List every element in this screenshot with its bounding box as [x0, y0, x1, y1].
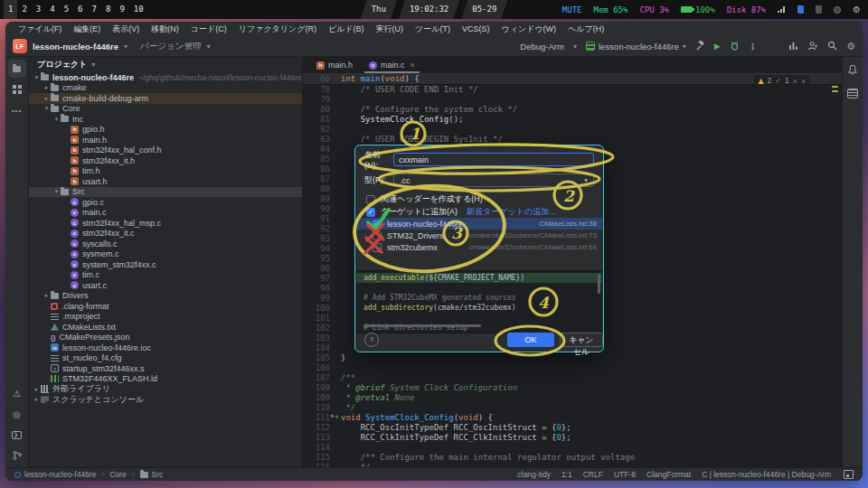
workspace-button[interactable]: 6 — [73, 0, 87, 19]
tab-main-h[interactable]: h main.h — [308, 57, 361, 73]
target-checkbox[interactable] — [373, 243, 382, 252]
build-button[interactable] — [695, 41, 705, 52]
target-row[interactable]: stm32cubemxcmake/stm32cubemx/CMakeLists.… — [356, 241, 602, 253]
profiler-icon[interactable] — [788, 41, 798, 52]
target-checkbox[interactable] — [373, 231, 382, 240]
tree-item[interactable]: husart.h — [29, 176, 302, 187]
add-user-icon[interactable] — [807, 41, 818, 52]
next-problem-button[interactable]: ∨ — [801, 76, 806, 86]
menu-item[interactable]: 編集(E) — [68, 23, 106, 36]
search-icon[interactable] — [827, 41, 837, 52]
add-to-targets-checkbox[interactable]: ✓ — [366, 208, 375, 217]
name-input[interactable] — [393, 153, 594, 166]
status-item[interactable]: CRLF — [583, 470, 603, 479]
create-header-checkbox[interactable] — [366, 195, 375, 204]
tree-item[interactable]: ▸cmake — [29, 83, 302, 94]
horizontal-scrollbar[interactable] — [363, 324, 481, 327]
menu-item[interactable]: ツール(T) — [410, 23, 456, 36]
tree-item[interactable]: STM32F446XX_FLASH.ld — [29, 374, 302, 385]
tree-item[interactable]: ▸外部ライブラリ — [29, 384, 302, 395]
menu-item[interactable]: 表示(V) — [107, 23, 145, 36]
inspection-widget[interactable]: ▲2 ✓1 ∧∨ — [754, 75, 809, 87]
workspace-button[interactable]: 5 — [60, 0, 73, 19]
tree-item[interactable]: ▸Drivers — [29, 291, 302, 302]
tree-item[interactable]: ▾Src — [29, 187, 302, 198]
tree-item[interactable]: st_nucleo_f4.cfg — [29, 353, 302, 364]
breadcrumb-item[interactable]: Core — [109, 470, 126, 479]
workspace-button[interactable]: 4 — [45, 0, 59, 19]
cancel-button[interactable]: キャンセル — [560, 333, 603, 347]
terminal-tool-button[interactable]: ❯ — [8, 426, 26, 444]
status-item[interactable]: 1:1 — [561, 470, 572, 479]
prev-problem-button[interactable]: ∧ — [793, 76, 797, 86]
tree-item[interactable]: cstm32f4xx_it.c — [29, 229, 302, 239]
chevron-down-icon[interactable]: ▾ — [91, 61, 95, 69]
project-tool-button[interactable] — [8, 60, 26, 78]
tree-item[interactable]: cusart.c — [29, 280, 302, 291]
status-item[interactable]: ClangFormat — [646, 470, 691, 479]
database-tool-button[interactable] — [844, 84, 862, 102]
tree-item[interactable]: ▾Inc — [29, 114, 302, 125]
breadcrumb-item[interactable]: lesson-nucleo-f446re — [24, 470, 96, 479]
tree-item[interactable]: hgpio.h — [29, 125, 302, 136]
menu-item[interactable]: ビルド(B) — [323, 23, 370, 36]
menu-item[interactable]: 実行(U) — [371, 23, 410, 36]
tree-item[interactable]: csystem_stm32f4xx.c — [29, 259, 302, 270]
tree-item[interactable]: .mxproject — [29, 312, 302, 323]
tree-item[interactable]: cmain.c — [29, 208, 302, 219]
tree-item[interactable]: ▾Core — [29, 104, 302, 115]
menu-item[interactable]: ファイル(F) — [13, 23, 67, 36]
workspace-button[interactable]: 10 — [129, 0, 148, 19]
help-button[interactable]: ? — [364, 333, 379, 347]
error-stripe-mark[interactable] — [832, 90, 838, 92]
target-row[interactable]: ✓lesson-nucleo-f446reCMakeLists.txt:38 — [356, 218, 602, 230]
tree-item[interactable]: sstartup_stm32f446xx.s — [29, 363, 302, 374]
menu-item[interactable]: リファクタリング(R) — [233, 23, 322, 36]
error-stripe-mark[interactable] — [832, 86, 838, 88]
breadcrumb-item[interactable]: Src — [152, 470, 164, 479]
status-item[interactable]: UTF-8 — [614, 470, 636, 479]
tree-item[interactable]: ▸スクラッチとコンソール — [29, 395, 302, 406]
tree-item[interactable]: ctim.c — [29, 270, 302, 281]
tree-item[interactable]: cstm32f4xx_hal_msp.c — [29, 218, 302, 229]
status-item[interactable]: C | lesson-nucleo-f446re | Debug-Arm — [702, 470, 831, 479]
menu-item[interactable]: コード(C) — [185, 23, 232, 36]
build-config-selector[interactable]: Debug-Arm — [520, 42, 564, 52]
close-icon[interactable]: × — [410, 61, 415, 70]
menu-item[interactable]: VCS(S) — [457, 23, 495, 34]
new-target-link[interactable]: 新規ターゲットの追加… — [467, 206, 557, 218]
tree-item[interactable]: csysmem.c — [29, 249, 302, 260]
tree-item[interactable]: ▸cmake-build-debug-arm — [29, 93, 302, 104]
workspace-button[interactable]: 3 — [32, 0, 45, 19]
tree-item[interactable]: csyscalls.c — [29, 239, 302, 249]
notifications-button[interactable] — [844, 61, 862, 79]
vertical-scrollbar[interactable] — [598, 274, 600, 294]
more-actions-button[interactable]: ⋮ — [749, 42, 759, 52]
workspace-button[interactable]: 7 — [88, 0, 101, 19]
workspace-button[interactable]: 9 — [115, 0, 128, 19]
editor-mode-icon[interactable] — [844, 470, 854, 479]
problems-tool-button[interactable]: ⚠ — [8, 384, 26, 402]
workspace-button[interactable]: 2 — [17, 0, 31, 19]
project-selector[interactable]: lesson-nucleo-f446re — [33, 42, 118, 52]
ok-button[interactable]: OK — [507, 333, 554, 347]
workspace-button[interactable]: 8 — [101, 0, 115, 19]
vcs-tool-button[interactable] — [8, 446, 26, 465]
tree-item[interactable]: hstm32f4xx_it.h — [29, 155, 302, 166]
settings-icon[interactable]: ⚙ — [846, 41, 855, 52]
more-tools-button[interactable]: ••• — [8, 101, 26, 119]
target-list[interactable]: ✓lesson-nucleo-f446reCMakeLists.txt:38ST… — [356, 218, 602, 268]
run-configuration[interactable]: lesson-nucleo-f446re ▾ — [586, 42, 686, 52]
tree-item[interactable]: iolesson-nucleo-f446re.ioc — [29, 343, 302, 353]
debug-button[interactable] — [730, 41, 740, 52]
tree-item[interactable]: cgpio.c — [29, 197, 302, 208]
menu-item[interactable]: ヘルプ(H) — [562, 23, 609, 36]
target-checkbox[interactable]: ✓ — [373, 220, 382, 229]
tree-item[interactable]: htim.h — [29, 166, 302, 177]
status-item[interactable]: .clang-tidy — [515, 470, 551, 479]
services-tool-button[interactable]: ◎ — [8, 405, 26, 423]
tree-item[interactable]: hmain.h — [29, 135, 302, 145]
run-button[interactable]: ▶ — [714, 42, 721, 51]
menu-item[interactable]: 移動(N) — [146, 23, 184, 36]
menu-item[interactable]: ウィンドウ(W) — [496, 23, 562, 36]
